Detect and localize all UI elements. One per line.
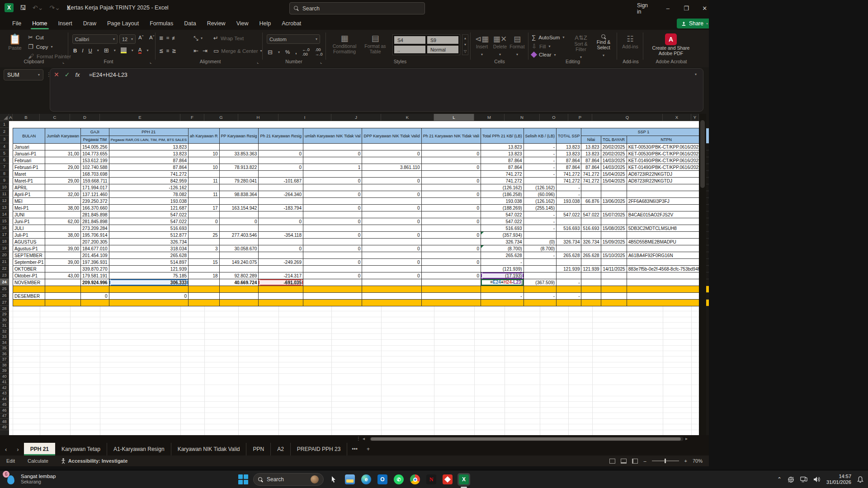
accounting-format-icon[interactable]: ⊟ bbox=[268, 49, 273, 56]
cell-H14[interactable] bbox=[259, 211, 303, 218]
cell-Q21[interactable] bbox=[627, 259, 706, 266]
cell-P10[interactable] bbox=[601, 184, 627, 191]
cell-F8[interactable] bbox=[189, 171, 220, 178]
cell-P20[interactable]: 15/10/2025 bbox=[601, 252, 627, 259]
cell-style-S9[interactable]: S9 bbox=[427, 36, 459, 44]
cell-E24[interactable]: 306.333 bbox=[109, 279, 188, 286]
menu-tab-page-layout[interactable]: Page Layout bbox=[102, 18, 144, 29]
cell-J19[interactable]: 0 bbox=[362, 245, 421, 252]
zoom-slider-thumb[interactable] bbox=[665, 459, 666, 463]
cell-F23[interactable]: 18 bbox=[189, 272, 220, 279]
underline-chevron-icon[interactable]: ▾ bbox=[97, 48, 99, 52]
new-sheet-icon[interactable]: + bbox=[362, 443, 374, 455]
row-header-24[interactable]: 24 bbox=[0, 279, 9, 286]
cell-K24[interactable] bbox=[421, 279, 481, 286]
active-edit-cell-L24[interactable]: =E24+H24-L23 bbox=[481, 279, 524, 286]
cell-L15[interactable]: 547.022 bbox=[481, 218, 524, 225]
cell-Q6[interactable]: KET-01490/PBK-CT/KPP.0616/2025 bbox=[627, 157, 706, 164]
cell-I19[interactable]: 0 bbox=[303, 245, 362, 252]
cell-P22[interactable]: 14/11/2025 bbox=[601, 266, 627, 272]
cell-L20[interactable]: 265.628 bbox=[481, 252, 524, 259]
cell-J10[interactable] bbox=[362, 184, 421, 191]
start-button[interactable] bbox=[237, 473, 250, 486]
cell-H17[interactable]: -354.118 bbox=[259, 232, 303, 239]
cell-D10[interactable]: 171.994.017 bbox=[81, 184, 109, 191]
cell-K10[interactable] bbox=[421, 184, 481, 191]
cell-G15[interactable]: 0 bbox=[219, 218, 259, 225]
number-dialog-launcher[interactable]: ⌞ bbox=[320, 60, 322, 64]
cell-D16[interactable]: 273.209.284 bbox=[81, 225, 109, 232]
fill-color-icon[interactable] bbox=[121, 47, 127, 53]
cell-E20[interactable]: 265.628 bbox=[109, 252, 188, 259]
cell-B24[interactable]: NOVEMBER bbox=[13, 279, 45, 286]
cell-C13[interactable]: 38,00 bbox=[45, 205, 81, 211]
cell-H15[interactable]: 0 bbox=[259, 218, 303, 225]
add-ins-button[interactable]: ☷ Add-ins bbox=[620, 34, 640, 49]
cell-M9[interactable] bbox=[524, 178, 557, 184]
cell-H11[interactable]: -264.340 bbox=[259, 191, 303, 198]
cell-L8[interactable]: 741.272 bbox=[481, 171, 524, 178]
cell-N19[interactable] bbox=[557, 245, 581, 252]
page-layout-view-icon[interactable] bbox=[621, 459, 627, 464]
expand-formula-bar-icon[interactable]: ▾ bbox=[695, 72, 697, 76]
cell-D22[interactable]: 339.870.270 bbox=[81, 266, 109, 272]
autosum-button[interactable]: ∑AutoSum▾ bbox=[532, 34, 565, 41]
cell-D5[interactable]: 104.773.655 bbox=[81, 150, 109, 157]
restore-button[interactable]: ❐ bbox=[677, 0, 696, 17]
cell-G11[interactable]: 98.838.364 bbox=[219, 191, 259, 198]
cell-F4[interactable] bbox=[189, 144, 220, 150]
cell-K15[interactable]: 0 bbox=[421, 218, 481, 225]
insert-cells-button[interactable]: ⊲▦ Insert▾ bbox=[474, 34, 490, 57]
column-header-B[interactable]: B bbox=[13, 114, 40, 121]
cell-M24[interactable]: (367.509) bbox=[524, 279, 557, 286]
cell-J20[interactable] bbox=[362, 252, 421, 259]
cell-K7[interactable]: 0 bbox=[421, 164, 481, 171]
cell-H24[interactable]: -691.035 bbox=[259, 279, 303, 286]
cell-I24[interactable] bbox=[303, 279, 362, 286]
cell-E16[interactable]: 516.693 bbox=[109, 225, 188, 232]
share-button[interactable]: Share▾ bbox=[677, 19, 712, 28]
cell-L5[interactable]: 13.823 bbox=[481, 150, 524, 157]
cell-L22[interactable]: (121.939) bbox=[481, 266, 524, 272]
cell-O18[interactable]: 326.734 bbox=[581, 239, 601, 245]
cell-D15[interactable]: 281.845.898 bbox=[81, 218, 109, 225]
cell-G22[interactable] bbox=[219, 266, 259, 272]
cell-E23[interactable]: 75.185 bbox=[109, 272, 188, 279]
row-header-1[interactable]: 1 bbox=[0, 121, 9, 128]
row-header-21[interactable]: 21 bbox=[0, 258, 9, 265]
cell-P16[interactable]: 15/08/2025 bbox=[601, 225, 627, 232]
cell-N5[interactable]: 13.823 bbox=[557, 150, 581, 157]
cell-I13[interactable]: 0 bbox=[303, 205, 362, 211]
cell-E13[interactable]: 121.687 bbox=[109, 205, 188, 211]
column-header-K[interactable]: K bbox=[381, 114, 434, 121]
cell-I12[interactable] bbox=[303, 198, 362, 205]
row-header-3[interactable]: 3 bbox=[0, 136, 9, 143]
cell-I7[interactable]: 1 bbox=[303, 164, 362, 171]
column-header-E[interactable]: E bbox=[100, 114, 180, 121]
cell-M11[interactable]: (60.096) bbox=[524, 191, 557, 198]
cell-Q23[interactable] bbox=[627, 272, 706, 279]
wrap-text-button[interactable]: ↵Wrap Text bbox=[213, 35, 244, 42]
cell-H22[interactable] bbox=[259, 266, 303, 272]
vertical-align-icons[interactable]: ≣=≢ bbox=[159, 35, 180, 41]
cell-O7[interactable]: 87.864 bbox=[581, 164, 601, 171]
row-header-34[interactable]: 34 bbox=[0, 340, 9, 346]
data-table[interactable]: BULANJumlah KaryawanGAJIPPH 21ah Karyawa… bbox=[13, 128, 735, 306]
orientation-icon[interactable]: ⤡ bbox=[193, 35, 198, 42]
cell-H26[interactable] bbox=[259, 293, 303, 300]
cell-B26[interactable]: DESEMBER bbox=[13, 293, 45, 300]
column-header-P[interactable]: P bbox=[568, 114, 592, 121]
cell-style-..[interactable]: .. bbox=[394, 45, 426, 54]
cell-B12[interactable]: MEI bbox=[13, 198, 45, 205]
cell-Q20[interactable]: A61BA4F92F0RG16N bbox=[627, 252, 706, 259]
cell-H9[interactable]: -101.687 bbox=[259, 178, 303, 184]
cell-C16[interactable] bbox=[45, 225, 81, 232]
cell-L16[interactable]: 516.693 bbox=[481, 225, 524, 232]
sort-filter-button[interactable]: A⇅Z Sort & Filter▾ bbox=[571, 34, 591, 60]
cell-M5[interactable]: - bbox=[524, 150, 557, 157]
cell-O10[interactable] bbox=[581, 184, 601, 191]
font-size-select[interactable]: 12▾ bbox=[119, 34, 136, 44]
cell-C5[interactable]: 31,00 bbox=[45, 150, 81, 157]
cell-M15[interactable]: - bbox=[524, 218, 557, 225]
cell-H20[interactable] bbox=[259, 252, 303, 259]
